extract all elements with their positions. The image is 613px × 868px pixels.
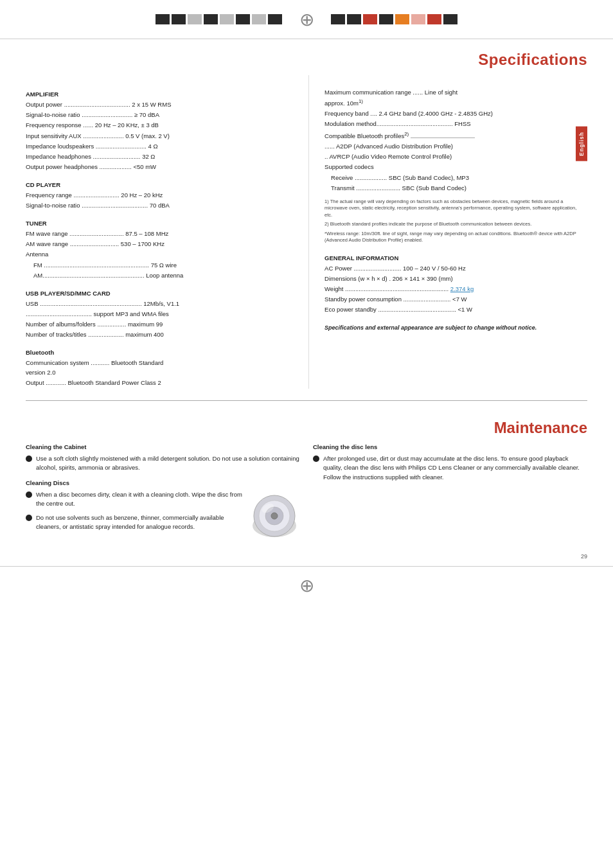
top-bar-right-segments: [331, 14, 458, 24]
modulation: Modulation method.......................…: [324, 120, 581, 129]
specs-right-column: English Maximum communication range ....…: [308, 75, 587, 389]
tuner-antenna: Antenna: [26, 250, 296, 260]
page-number: 29: [0, 547, 613, 566]
bar-seg-r1: [331, 14, 345, 24]
bluetooth-title: Bluetooth: [26, 349, 296, 356]
usb-speed: USB ....................................…: [26, 299, 296, 309]
maintenance-right: Cleaning the disc lens After prolonged u…: [313, 443, 587, 547]
bar-seg-1: [155, 14, 170, 24]
cleaning-disc-lens-title: Cleaning the disc lens: [313, 443, 587, 450]
bar-seg-r4: [379, 14, 393, 24]
max-comm-range: Maximum communication range ...... Line …: [324, 88, 581, 109]
bullet-icon-3: [26, 515, 32, 521]
bar-seg-r3: [363, 14, 377, 24]
specs-left-column: AMPLIFIER Output power .................…: [26, 75, 308, 389]
amplifier-title: AMPLIFIER: [26, 91, 296, 98]
specifications-title: Specifications: [0, 39, 613, 75]
footnote-2: 2) Bluetooth standard profiles indicate …: [324, 221, 581, 228]
cleaning-discs-item-1: When a disc becomes dirty, clean it with…: [26, 490, 242, 509]
footnote-3: *Wireless range: 10m/30ft. line of sight…: [324, 231, 581, 244]
general-info-title: GENERAL INFORMATION: [324, 254, 581, 261]
amplifier-freq: Frequency response ...... 20 Hz – 20 KHz…: [26, 121, 296, 130]
amplifier-snr: Signal-to-noise ratio ..................…: [26, 111, 296, 120]
bottom-compass-icon: ⊕: [295, 574, 318, 598]
bullet-icon-2: [26, 492, 32, 498]
disc-svg-icon: [249, 490, 300, 542]
profile-avrcp: .. AVRCP (Audio Video Remote Control Pro…: [324, 152, 581, 162]
compatible-bt: Compatible Bluetooth profiles2): [324, 130, 581, 141]
bar-seg-6: [236, 14, 250, 24]
cleaning-cabinet-item-1: Use a soft cloth slightly moistened with…: [26, 454, 300, 473]
maintenance-content: Cleaning the Cabinet Use a soft cloth sl…: [0, 443, 613, 547]
freq-band: Frequency band .... 2.4 GHz band (2.4000…: [324, 109, 581, 119]
maintenance-left: Cleaning the Cabinet Use a soft cloth sl…: [26, 443, 300, 547]
supported-codecs: Supported codecs: [324, 163, 581, 172]
bar-seg-r5: [395, 14, 409, 24]
tuner-antenna-am: AM......................................…: [26, 271, 296, 281]
cd-snr: Signal-to-noise ratio ..................…: [26, 201, 296, 211]
cleaning-cabinet-text-1: Use a soft cloth slightly moistened with…: [36, 454, 300, 473]
maintenance-title: Maintenance: [0, 412, 613, 443]
specifications-content: AMPLIFIER Output power .................…: [0, 75, 613, 389]
top-decorative-bar: ⊕: [0, 0, 613, 39]
bar-seg-5: [220, 14, 234, 24]
amplifier-input-sens: Input sensitivity AUX ..................…: [26, 132, 296, 141]
bar-seg-2: [172, 14, 186, 24]
tuner-fm-range: FM wave range ..........................…: [26, 229, 296, 239]
cleaning-discs-item-2: Do not use solvents such as benzene, thi…: [26, 513, 242, 532]
page-divider: [26, 400, 587, 401]
amplifier-imp-hp: Impedance headphones ...................…: [26, 152, 296, 162]
italic-notice: Specifications and external appearance a…: [324, 324, 581, 333]
bar-seg-r2: [347, 14, 361, 24]
amplifier-imp-spk: Impedance loudspeakers .................…: [26, 142, 296, 152]
usb-albums: Number of albums/folders ...............…: [26, 320, 296, 330]
bar-seg-r8: [443, 14, 458, 24]
top-bar-left-segments: [155, 14, 282, 24]
footnote-1: 1) The actual range will vary depending …: [324, 199, 581, 219]
amplifier-output-power: Output power ...........................…: [26, 100, 296, 110]
tuner-title: TUNER: [26, 220, 296, 227]
gi-dimensions: Dimensions (w × h × d) . 206 × 141 × 390…: [324, 274, 581, 284]
cd-freq: Frequency range ........................…: [26, 191, 296, 200]
codec-receive: Receive ................... SBC (Sub Ban…: [324, 173, 581, 183]
bluetooth-output: Output ............ Bluetooth Standard P…: [26, 378, 296, 388]
bullet-icon: [26, 456, 32, 462]
gi-weight: Weight .................................…: [324, 285, 581, 294]
bar-seg-7: [252, 14, 266, 24]
bar-seg-r7: [427, 14, 441, 24]
bar-seg-3: [188, 14, 202, 24]
gi-eco: Eco power standby ......................…: [324, 305, 581, 315]
gi-ac-power: AC Power ............................ 10…: [324, 264, 581, 274]
gi-standby: Standby power consumption ..............…: [324, 295, 581, 305]
bar-seg-r6: [411, 14, 425, 24]
amplifier-output-hp: Output power headphones ................…: [26, 163, 296, 172]
cleaning-cabinet-title: Cleaning the Cabinet: [26, 443, 300, 450]
tuner-antenna-fm: FM .....................................…: [26, 261, 296, 270]
bar-seg-4: [204, 14, 218, 24]
cd-player-title: CD PLAYER: [26, 181, 296, 188]
codec-transmit: Transmit .......................... SBC …: [324, 184, 581, 193]
english-tab: English: [576, 127, 587, 161]
disc-image: [249, 490, 300, 542]
page: ⊕ Specifications AMPLIFIER Output power …: [0, 0, 613, 868]
bar-seg-8: [268, 14, 282, 24]
profile-a2dp: ...... A2DP (Advanced Audio Distribution…: [324, 142, 581, 152]
compass-icon: ⊕: [295, 8, 318, 31]
bottom-decorative-bar: ⊕: [0, 566, 613, 605]
usb-tracks: Number of tracks/titles ................…: [26, 330, 296, 340]
tuner-am-range: AM wave range ..........................…: [26, 240, 296, 249]
right-content-area: Maximum communication range ...... Line …: [315, 82, 587, 339]
cleaning-discs-text-1: When a disc becomes dirty, clean it with…: [36, 490, 242, 509]
bluetooth-comm-system: Communication system ........... Bluetoo…: [26, 359, 296, 377]
usb-title: USB PLAYER/SD/MMC CARD: [26, 290, 296, 297]
bullet-icon-4: [313, 456, 319, 462]
cleaning-disc-lens-item-1: After prolonged use, dirt or dust may ac…: [313, 454, 587, 482]
cleaning-disc-lens-text-1: After prolonged use, dirt or dust may ac…: [323, 454, 587, 482]
cleaning-discs-title: Cleaning Discs: [26, 479, 300, 486]
usb-support: ....................................... …: [26, 310, 296, 319]
cleaning-discs-text-2: Do not use solvents such as benzene, thi…: [36, 513, 242, 532]
svg-point-4: [271, 513, 278, 519]
